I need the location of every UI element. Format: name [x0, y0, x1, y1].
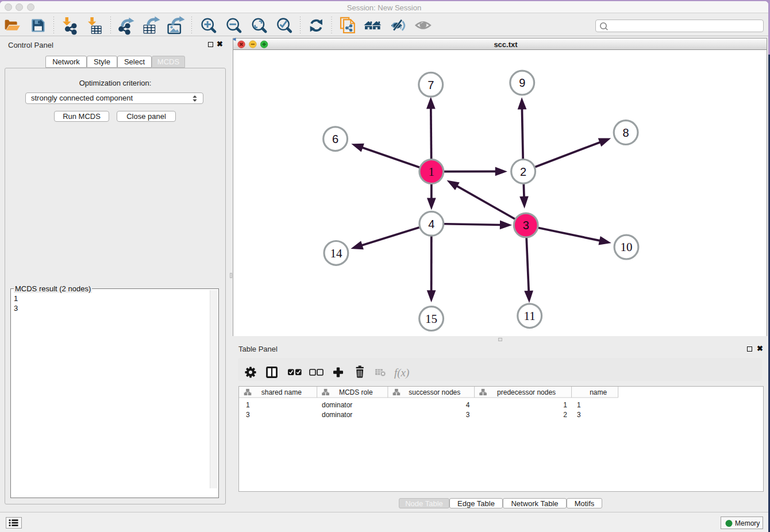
svg-text:f(x): f(x) — [394, 367, 409, 379]
svg-text:MCDS role: MCDS role — [339, 388, 373, 396]
svg-text:shared name: shared name — [261, 388, 302, 396]
svg-text:11: 11 — [524, 309, 536, 323]
svg-text:predecessor nodes: predecessor nodes — [497, 388, 556, 396]
svg-text:name: name — [590, 388, 607, 396]
svg-text:dominator: dominator — [322, 401, 352, 409]
svg-text:4: 4 — [466, 401, 470, 409]
svg-text:14: 14 — [330, 246, 342, 260]
svg-text:3: 3 — [577, 411, 581, 419]
svg-text:1: 1 — [429, 165, 435, 179]
svg-text:10: 10 — [621, 240, 633, 254]
svg-text:1: 1 — [577, 401, 581, 409]
svg-text:2: 2 — [563, 411, 567, 419]
svg-text:7: 7 — [428, 79, 434, 91]
svg-text:successor nodes: successor nodes — [409, 388, 460, 396]
svg-text:15: 15 — [425, 312, 437, 326]
svg-text:1: 1 — [563, 401, 567, 409]
svg-text:6: 6 — [332, 133, 338, 145]
svg-text:3: 3 — [246, 411, 250, 419]
svg-text:3: 3 — [523, 219, 529, 232]
svg-text:9: 9 — [519, 76, 525, 89]
svg-text:8: 8 — [623, 126, 629, 139]
svg-text:4: 4 — [428, 218, 434, 230]
svg-text:dominator: dominator — [322, 411, 352, 419]
svg-text:2: 2 — [520, 165, 526, 178]
svg-text:3: 3 — [466, 411, 470, 419]
svg-text:1: 1 — [246, 401, 250, 409]
